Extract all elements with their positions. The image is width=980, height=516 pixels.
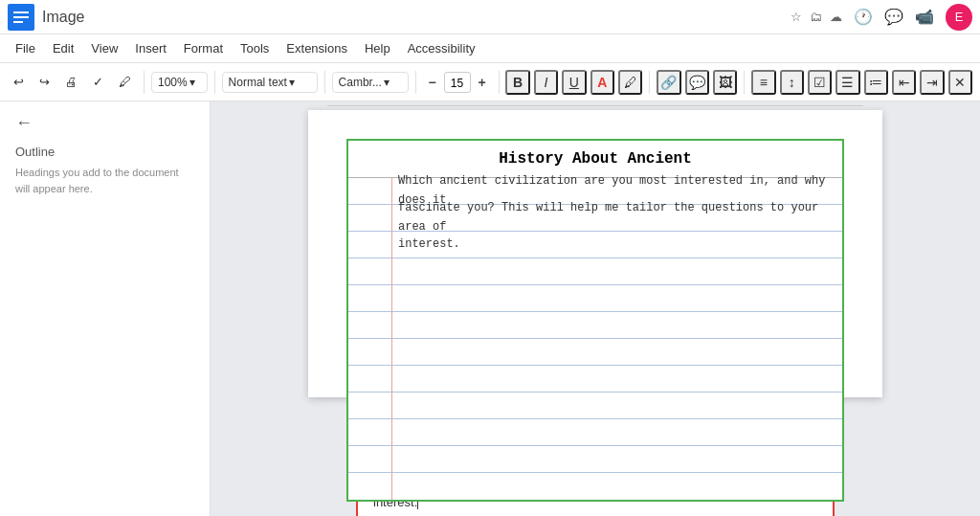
font-dropdown[interactable]: Cambr... ▾ xyxy=(332,72,409,93)
menu-edit[interactable]: Edit xyxy=(45,38,81,58)
back-icon: ← xyxy=(15,113,33,133)
divider-2 xyxy=(214,71,215,94)
video-icon[interactable]: 📹 xyxy=(915,8,934,26)
folder-icon[interactable]: 🗂 xyxy=(810,10,822,24)
italic-button[interactable]: I xyxy=(534,70,558,95)
comment-icon[interactable]: 💬 xyxy=(884,8,903,26)
notecard-line-4 xyxy=(348,258,842,285)
menu-file[interactable]: File xyxy=(8,38,43,58)
document-title: Image xyxy=(42,9,791,26)
notecard-line-12 xyxy=(348,473,842,500)
style-dropdown[interactable]: Normal text ▾ xyxy=(222,72,318,93)
sidebar: ← Outline Headings you add to the docume… xyxy=(0,101,211,516)
spellcheck-button[interactable]: ✓ xyxy=(87,71,109,93)
insert-image-button[interactable]: 🖼 xyxy=(713,70,737,95)
menu-tools[interactable]: Tools xyxy=(233,38,277,58)
bullet-list-button[interactable]: ☰ xyxy=(835,70,859,95)
font-size-display[interactable]: 15 xyxy=(444,72,471,93)
outline-title: Outline xyxy=(15,145,194,159)
text-color-button[interactable]: A xyxy=(590,70,614,95)
link-button[interactable]: 🔗 xyxy=(657,70,680,95)
outline-description: Headings you add to the document will ap… xyxy=(15,165,194,196)
divider-3 xyxy=(324,71,325,94)
notecard-line-8 xyxy=(348,366,842,393)
menu-extensions[interactable]: Extensions xyxy=(278,38,355,58)
notecard-line-10 xyxy=(348,419,842,446)
svg-rect-2 xyxy=(13,16,29,18)
notecard-margin-line xyxy=(391,178,392,500)
menu-accessibility[interactable]: Accessibility xyxy=(400,38,483,58)
ruler: 1 2 3 4 5 6 7 xyxy=(327,105,863,106)
divider-7 xyxy=(744,71,745,94)
history-icon[interactable]: 🕐 xyxy=(854,8,873,26)
highlight-button[interactable]: 🖊 xyxy=(618,70,642,95)
bold-button[interactable]: B xyxy=(505,70,529,95)
menu-view[interactable]: View xyxy=(83,38,125,58)
menu-help[interactable]: Help xyxy=(357,38,398,58)
svg-rect-1 xyxy=(13,11,29,13)
decrease-indent-button[interactable]: ⇤ xyxy=(892,70,916,95)
ordered-list-button[interactable]: ≔ xyxy=(864,70,888,95)
sidebar-back-button[interactable]: ← xyxy=(15,113,194,133)
undo-button[interactable]: ↩ xyxy=(8,71,30,93)
canvas-area[interactable]: 1 2 3 4 5 6 7 History About Ancient Whic… xyxy=(211,101,980,516)
font-size-decrease[interactable]: − xyxy=(423,72,442,93)
menu-bar: File Edit View Insert Format Tools Exten… xyxy=(0,34,980,63)
star-icon[interactable]: ☆ xyxy=(791,10,802,24)
notecard-content-line3: interest. xyxy=(348,232,464,258)
toolbar: ↩ ↪ 🖨 ✓ 🖊 100% ▾ Normal text ▾ Cambr... … xyxy=(0,63,980,101)
font-chevron: ▾ xyxy=(384,76,390,89)
main-layout: ← Outline Headings you add to the docume… xyxy=(0,101,980,516)
style-chevron: ▾ xyxy=(289,76,295,89)
font-size-increase[interactable]: + xyxy=(473,72,492,93)
divider-4 xyxy=(415,71,416,94)
redo-button[interactable]: ↪ xyxy=(33,71,56,93)
font-size-control: − 15 + xyxy=(423,72,492,93)
notecard: History About Ancient Which ancient civi… xyxy=(346,139,844,502)
zoom-dropdown[interactable]: 100% ▾ xyxy=(151,72,208,93)
document-page: History About Ancient Which ancient civi… xyxy=(308,110,882,397)
align-button[interactable]: ≡ xyxy=(751,70,775,95)
svg-rect-3 xyxy=(13,21,23,23)
paint-format-button[interactable]: 🖊 xyxy=(113,71,137,93)
insert-comment-button[interactable]: 💬 xyxy=(685,70,709,95)
divider-5 xyxy=(499,71,500,94)
app-logo xyxy=(8,4,34,31)
clear-format-button[interactable]: ✕ xyxy=(948,70,972,95)
divider-1 xyxy=(144,71,145,94)
print-button[interactable]: 🖨 xyxy=(59,71,83,93)
notecard-lines: Which ancient civilization are you most … xyxy=(348,178,842,500)
user-avatar[interactable]: E xyxy=(946,4,972,31)
title-bar-icons: 🕐 💬 📹 E xyxy=(854,4,972,31)
zoom-chevron: ▾ xyxy=(189,76,195,89)
title-bar: Image ☆ 🗂 ☁ 🕐 💬 📹 E xyxy=(0,0,980,34)
checklist-button[interactable]: ☑ xyxy=(808,70,832,95)
notecard-line-6 xyxy=(348,312,842,339)
menu-format[interactable]: Format xyxy=(176,38,231,58)
menu-insert[interactable]: Insert xyxy=(127,38,174,58)
notecard-line-5 xyxy=(348,285,842,312)
divider-6 xyxy=(649,71,650,94)
notecard-line-11 xyxy=(348,446,842,473)
notecard-line-3: interest. xyxy=(348,232,842,258)
increase-indent-button[interactable]: ⇥ xyxy=(920,70,944,95)
notecard-line-7 xyxy=(348,339,842,366)
cloud-icon[interactable]: ☁ xyxy=(830,10,842,24)
line-spacing-button[interactable]: ↕ xyxy=(780,70,804,95)
notecard-line-9 xyxy=(348,393,842,419)
notecard-line-2: fascinate you? This will help me tailor … xyxy=(348,205,842,232)
underline-button[interactable]: U xyxy=(562,70,586,95)
